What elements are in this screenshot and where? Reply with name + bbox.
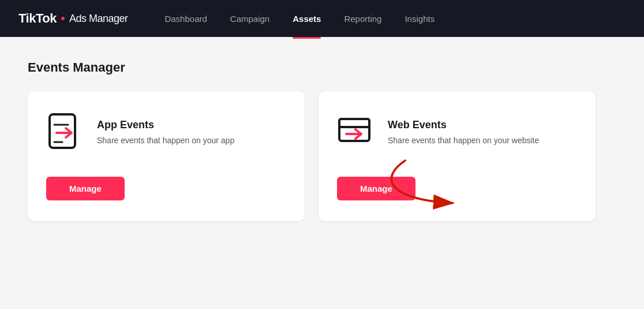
nav-item-dashboard[interactable]: Dashboard bbox=[164, 12, 207, 26]
svg-rect-7 bbox=[339, 119, 369, 127]
logo-dot bbox=[61, 17, 65, 20]
main-nav: Dashboard Campaign Assets Reporting Insi… bbox=[164, 12, 435, 26]
logo-ads-text: Ads Manager bbox=[69, 13, 128, 25]
app-events-manage-button[interactable]: Manage bbox=[46, 177, 125, 200]
web-events-title: Web Events bbox=[388, 119, 539, 131]
main-content: Events Manager App Events Share ev bbox=[0, 37, 644, 244]
logo: TikTok Ads Manager bbox=[18, 11, 128, 26]
cards-container: App Events Share events that happen on y… bbox=[28, 91, 616, 221]
app-events-text-block: App Events Share events that happen on y… bbox=[97, 119, 234, 147]
web-events-card: Web Events Share events that happen on y… bbox=[319, 91, 596, 221]
page-title: Events Manager bbox=[28, 60, 616, 75]
web-events-card-top: Web Events Share events that happen on y… bbox=[337, 112, 539, 154]
web-events-description: Share events that happen on your website bbox=[388, 135, 539, 147]
app-events-card: App Events Share events that happen on y… bbox=[28, 91, 305, 221]
logo-tiktok-text: TikTok bbox=[18, 11, 57, 26]
app-events-icon bbox=[46, 112, 83, 154]
nav-item-assets[interactable]: Assets bbox=[293, 12, 321, 26]
web-events-manage-button[interactable]: Manage bbox=[337, 177, 415, 200]
app-events-description: Share events that happen on your app bbox=[97, 135, 234, 147]
header: TikTok Ads Manager Dashboard Campaign As… bbox=[0, 0, 644, 37]
web-events-text-block: Web Events Share events that happen on y… bbox=[388, 119, 539, 147]
nav-item-insights[interactable]: Insights bbox=[405, 12, 435, 26]
app-events-title: App Events bbox=[97, 119, 234, 131]
nav-item-reporting[interactable]: Reporting bbox=[344, 12, 381, 26]
web-events-icon bbox=[337, 112, 374, 154]
app-events-card-top: App Events Share events that happen on y… bbox=[46, 112, 234, 154]
nav-item-campaign[interactable]: Campaign bbox=[230, 12, 269, 26]
